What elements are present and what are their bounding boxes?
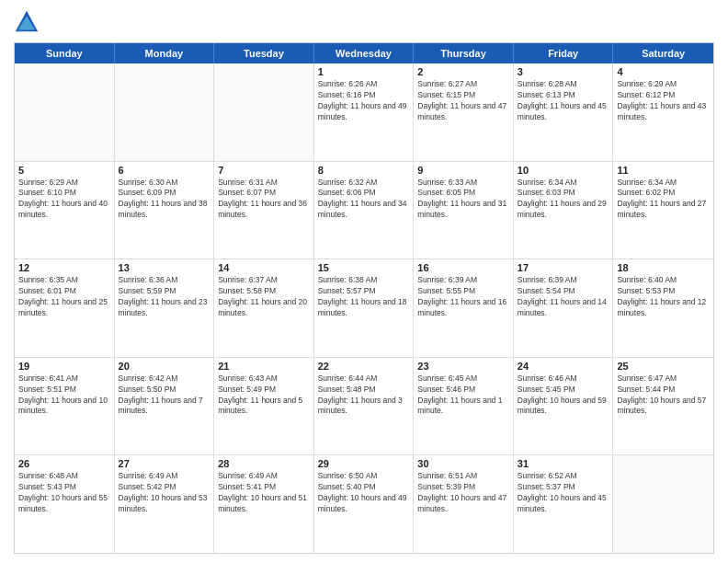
day-info: Sunrise: 6:42 AMSunset: 5:50 PMDaylight:… — [119, 373, 210, 418]
day-number: 6 — [119, 165, 210, 176]
calendar-cell: 29Sunrise: 6:50 AMSunset: 5:40 PMDayligh… — [314, 455, 415, 553]
day-number: 14 — [218, 262, 310, 273]
logo-icon — [14, 9, 40, 35]
day-number: 30 — [417, 458, 509, 469]
calendar-cell: 2Sunrise: 6:27 AMSunset: 6:15 PMDaylight… — [414, 63, 514, 161]
calendar-body: 1Sunrise: 6:26 AMSunset: 6:16 PMDaylight… — [15, 63, 713, 553]
day-info: Sunrise: 6:28 AMSunset: 6:13 PMDaylight:… — [518, 79, 609, 123]
day-info: Sunrise: 6:41 AMSunset: 5:51 PMDaylight:… — [18, 373, 110, 418]
calendar-cell: 12Sunrise: 6:35 AMSunset: 6:01 PMDayligh… — [15, 259, 115, 357]
day-info: Sunrise: 6:49 AMSunset: 5:41 PMDaylight:… — [218, 471, 310, 515]
calendar-cell — [115, 63, 215, 161]
calendar-cell: 1Sunrise: 6:26 AMSunset: 6:16 PMDaylight… — [314, 63, 415, 161]
calendar-week-3: 12Sunrise: 6:35 AMSunset: 6:01 PMDayligh… — [15, 259, 713, 357]
day-info: Sunrise: 6:32 AMSunset: 6:06 PMDaylight:… — [318, 178, 410, 222]
day-info: Sunrise: 6:48 AMSunset: 5:43 PMDaylight:… — [18, 471, 110, 515]
day-info: Sunrise: 6:39 AMSunset: 5:55 PMDaylight:… — [417, 275, 509, 319]
day-number: 21 — [218, 361, 310, 372]
calendar-cell: 26Sunrise: 6:48 AMSunset: 5:43 PMDayligh… — [15, 455, 115, 553]
calendar-cell: 23Sunrise: 6:45 AMSunset: 5:46 PMDayligh… — [414, 358, 514, 455]
day-info: Sunrise: 6:37 AMSunset: 5:58 PMDaylight:… — [218, 275, 310, 319]
calendar-week-4: 19Sunrise: 6:41 AMSunset: 5:51 PMDayligh… — [15, 357, 713, 455]
day-number: 15 — [318, 262, 410, 273]
day-number: 18 — [617, 262, 710, 273]
day-number: 20 — [119, 361, 210, 372]
day-info: Sunrise: 6:29 AMSunset: 6:10 PMDaylight:… — [18, 178, 110, 222]
header-day-sunday: Sunday — [15, 43, 115, 63]
day-number: 19 — [18, 361, 110, 372]
day-number: 1 — [318, 66, 410, 77]
calendar-cell: 24Sunrise: 6:46 AMSunset: 5:45 PMDayligh… — [514, 358, 614, 455]
logo — [14, 9, 43, 35]
day-info: Sunrise: 6:30 AMSunset: 6:09 PMDaylight:… — [119, 178, 210, 222]
day-info: Sunrise: 6:34 AMSunset: 6:02 PMDaylight:… — [617, 178, 710, 222]
calendar-cell — [214, 63, 314, 161]
calendar-cell: 11Sunrise: 6:34 AMSunset: 6:02 PMDayligh… — [613, 162, 713, 259]
day-info: Sunrise: 6:38 AMSunset: 5:57 PMDaylight:… — [318, 275, 410, 319]
day-info: Sunrise: 6:45 AMSunset: 5:46 PMDaylight:… — [417, 373, 509, 418]
calendar-header-row: SundayMondayTuesdayWednesdayThursdayFrid… — [15, 43, 713, 63]
calendar-cell: 20Sunrise: 6:42 AMSunset: 5:50 PMDayligh… — [115, 358, 215, 455]
calendar-week-5: 26Sunrise: 6:48 AMSunset: 5:43 PMDayligh… — [15, 454, 713, 553]
day-number: 2 — [417, 66, 509, 77]
calendar-cell — [613, 455, 713, 553]
day-info: Sunrise: 6:52 AMSunset: 5:37 PMDaylight:… — [518, 471, 609, 515]
calendar-cell: 30Sunrise: 6:51 AMSunset: 5:39 PMDayligh… — [414, 455, 514, 553]
header-day-monday: Monday — [115, 43, 215, 63]
calendar-cell: 25Sunrise: 6:47 AMSunset: 5:44 PMDayligh… — [613, 358, 713, 455]
day-number: 8 — [318, 165, 410, 176]
page-header — [14, 9, 714, 35]
day-info: Sunrise: 6:35 AMSunset: 6:01 PMDaylight:… — [18, 275, 110, 319]
day-number: 27 — [119, 458, 210, 469]
day-number: 16 — [417, 262, 509, 273]
day-info: Sunrise: 6:39 AMSunset: 5:54 PMDaylight:… — [518, 275, 609, 319]
calendar-cell: 4Sunrise: 6:29 AMSunset: 6:12 PMDaylight… — [613, 63, 713, 161]
calendar-cell: 13Sunrise: 6:36 AMSunset: 5:59 PMDayligh… — [115, 259, 215, 357]
day-number: 11 — [617, 165, 710, 176]
day-info: Sunrise: 6:50 AMSunset: 5:40 PMDaylight:… — [318, 471, 410, 515]
day-info: Sunrise: 6:26 AMSunset: 6:16 PMDaylight:… — [318, 79, 410, 123]
day-info: Sunrise: 6:46 AMSunset: 5:45 PMDaylight:… — [518, 373, 609, 418]
day-info: Sunrise: 6:40 AMSunset: 5:53 PMDaylight:… — [617, 275, 710, 319]
calendar-cell: 15Sunrise: 6:38 AMSunset: 5:57 PMDayligh… — [314, 259, 415, 357]
calendar-cell: 6Sunrise: 6:30 AMSunset: 6:09 PMDaylight… — [115, 162, 215, 259]
day-number: 4 — [617, 66, 710, 77]
calendar-cell: 7Sunrise: 6:31 AMSunset: 6:07 PMDaylight… — [214, 162, 314, 259]
day-number: 3 — [518, 66, 609, 77]
day-number: 23 — [417, 361, 509, 372]
day-number: 5 — [18, 165, 110, 176]
calendar-cell: 9Sunrise: 6:33 AMSunset: 6:05 PMDaylight… — [414, 162, 514, 259]
day-info: Sunrise: 6:51 AMSunset: 5:39 PMDaylight:… — [417, 471, 509, 515]
calendar-cell: 10Sunrise: 6:34 AMSunset: 6:03 PMDayligh… — [514, 162, 614, 259]
day-info: Sunrise: 6:47 AMSunset: 5:44 PMDaylight:… — [617, 373, 710, 418]
calendar-cell: 14Sunrise: 6:37 AMSunset: 5:58 PMDayligh… — [214, 259, 314, 357]
day-info: Sunrise: 6:34 AMSunset: 6:03 PMDaylight:… — [518, 178, 609, 222]
calendar-cell: 22Sunrise: 6:44 AMSunset: 5:48 PMDayligh… — [314, 358, 415, 455]
day-number: 31 — [518, 458, 609, 469]
calendar-cell: 21Sunrise: 6:43 AMSunset: 5:49 PMDayligh… — [214, 358, 314, 455]
day-number: 9 — [417, 165, 509, 176]
day-number: 10 — [518, 165, 609, 176]
calendar-cell: 17Sunrise: 6:39 AMSunset: 5:54 PMDayligh… — [514, 259, 614, 357]
calendar-cell: 16Sunrise: 6:39 AMSunset: 5:55 PMDayligh… — [414, 259, 514, 357]
day-number: 24 — [518, 361, 609, 372]
day-number: 17 — [518, 262, 609, 273]
day-number: 13 — [119, 262, 210, 273]
day-info: Sunrise: 6:33 AMSunset: 6:05 PMDaylight:… — [417, 178, 509, 222]
day-number: 26 — [18, 458, 110, 469]
calendar: SundayMondayTuesdayWednesdayThursdayFrid… — [14, 42, 714, 554]
day-info: Sunrise: 6:36 AMSunset: 5:59 PMDaylight:… — [119, 275, 210, 319]
calendar-cell: 8Sunrise: 6:32 AMSunset: 6:06 PMDaylight… — [314, 162, 415, 259]
calendar-cell: 28Sunrise: 6:49 AMSunset: 5:41 PMDayligh… — [214, 455, 314, 553]
calendar-cell: 31Sunrise: 6:52 AMSunset: 5:37 PMDayligh… — [514, 455, 614, 553]
calendar-week-2: 5Sunrise: 6:29 AMSunset: 6:10 PMDaylight… — [15, 161, 713, 259]
day-number: 22 — [318, 361, 410, 372]
day-info: Sunrise: 6:29 AMSunset: 6:12 PMDaylight:… — [617, 79, 710, 123]
header-day-thursday: Thursday — [414, 43, 514, 63]
calendar-cell: 18Sunrise: 6:40 AMSunset: 5:53 PMDayligh… — [613, 259, 713, 357]
day-number: 12 — [18, 262, 110, 273]
header-day-friday: Friday — [514, 43, 614, 63]
day-number: 28 — [218, 458, 310, 469]
calendar-cell: 27Sunrise: 6:49 AMSunset: 5:42 PMDayligh… — [115, 455, 215, 553]
day-info: Sunrise: 6:44 AMSunset: 5:48 PMDaylight:… — [318, 373, 410, 418]
